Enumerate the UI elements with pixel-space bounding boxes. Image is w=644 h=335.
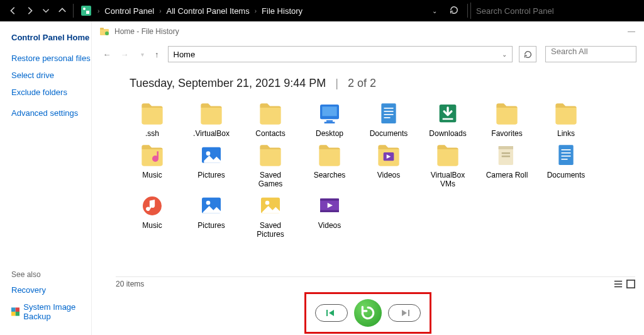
separator: | <box>335 77 338 89</box>
highlighted-controls <box>304 292 431 334</box>
folder-item[interactable]: Searches <box>307 143 352 188</box>
folder-item[interactable]: .ssh <box>130 101 175 138</box>
item-label: Videos <box>318 221 341 230</box>
svg-rect-42 <box>320 210 339 212</box>
svg-rect-5 <box>11 312 16 316</box>
folder-item[interactable]: Links <box>543 101 589 138</box>
item-label: Favorites <box>491 129 522 138</box>
folder-icon <box>551 101 581 127</box>
pane-back-icon[interactable]: ← <box>99 50 114 59</box>
search-control-panel[interactable] <box>470 3 639 19</box>
back-icon[interactable] <box>5 3 21 19</box>
item-label: Videos <box>377 171 400 179</box>
large-icons-view-icon <box>626 280 635 288</box>
item-label: Saved Games <box>248 171 293 188</box>
next-version-button[interactable] <box>388 304 421 322</box>
item-label: .VirtualBox <box>193 129 230 138</box>
folder-item[interactable]: Videos <box>307 193 352 239</box>
address-bar[interactable]: Home ⌄ <box>168 46 513 62</box>
item-label: Searches <box>314 171 346 179</box>
refresh-icon[interactable] <box>443 6 465 16</box>
folder-icon <box>255 143 286 168</box>
documents-icon <box>551 143 581 168</box>
sidebar-advanced[interactable]: Advanced settings <box>11 108 91 118</box>
chevron-right-icon: › <box>95 8 102 14</box>
svg-rect-16 <box>384 111 394 112</box>
desktop-icon <box>314 101 345 127</box>
sidebar-exclude-folders[interactable]: Exclude folders <box>11 88 91 97</box>
breadcrumb-item[interactable]: All Control Panel Items <box>164 6 252 16</box>
svg-rect-34 <box>562 159 568 160</box>
sidebar-restore-files[interactable]: Restore personal files <box>11 54 91 63</box>
sidebar-recovery[interactable]: Recovery <box>11 285 91 295</box>
folder-icon <box>433 143 463 168</box>
folder-item[interactable]: Downloads <box>425 101 470 138</box>
item-label: Downloads <box>429 129 466 138</box>
item-label: Saved Pictures <box>248 221 293 239</box>
item-label: Desktop <box>316 129 343 138</box>
videos-icon <box>314 193 345 219</box>
sidebar-system-image-backup[interactable]: System Image Backup <box>11 302 91 321</box>
item-label: .ssh <box>145 129 159 138</box>
folder-item[interactable]: Music <box>130 193 175 239</box>
folder-item[interactable]: Videos <box>366 143 411 188</box>
svg-rect-3 <box>11 307 16 312</box>
pane-forward-icon[interactable]: → <box>117 50 132 59</box>
recent-dropdown-icon[interactable] <box>38 3 54 19</box>
pane-search-input[interactable] <box>551 47 631 56</box>
svg-point-9 <box>105 31 109 35</box>
restore-button[interactable] <box>354 299 382 327</box>
svg-rect-2 <box>86 11 89 14</box>
view-mode-toggle[interactable] <box>614 280 635 288</box>
svg-rect-27 <box>499 146 513 149</box>
folder-icon <box>137 101 167 127</box>
folder-item[interactable]: Contacts <box>248 101 293 138</box>
folder-item[interactable]: Camera Roll <box>484 143 530 188</box>
folder-item[interactable]: VirtualBox VMs <box>425 143 470 188</box>
svg-rect-28 <box>502 152 510 154</box>
item-label: VirtualBox VMs <box>425 171 470 188</box>
folder-item[interactable]: Documents <box>543 143 589 188</box>
svg-rect-14 <box>381 103 396 123</box>
status-bar: 20 items <box>116 276 635 288</box>
folder-item[interactable]: Documents <box>366 101 411 138</box>
folder-item[interactable]: Saved Games <box>248 143 293 188</box>
address-value: Home <box>174 50 196 59</box>
sidebar-select-drive[interactable]: Select drive <box>11 71 91 80</box>
folder-item[interactable]: Desktop <box>307 101 352 138</box>
camera-icon <box>492 143 522 168</box>
svg-rect-18 <box>384 117 391 118</box>
pane-up-icon[interactable]: ↑ <box>152 50 162 59</box>
folder-item[interactable]: Music <box>130 143 175 188</box>
item-label: Music <box>142 221 162 230</box>
sidebar-home[interactable]: Control Panel Home <box>11 33 91 42</box>
item-label: Camera Roll <box>486 171 528 179</box>
folder-item[interactable]: Pictures <box>189 143 234 188</box>
pane-recent-icon[interactable]: ▾ <box>135 51 150 58</box>
file-history-icon <box>99 26 109 37</box>
folder-item[interactable]: Favorites <box>484 101 530 138</box>
breadcrumb-item[interactable]: Control Panel <box>102 6 157 16</box>
pictures-alt-icon <box>255 193 286 219</box>
svg-rect-15 <box>384 108 394 109</box>
folder-icon <box>255 101 286 127</box>
folder-item[interactable]: Saved Pictures <box>248 193 293 239</box>
folder-item[interactable]: .VirtualBox <box>189 101 234 138</box>
separator <box>73 4 74 18</box>
item-label: Pictures <box>197 221 225 230</box>
minimize-icon[interactable]: — <box>628 27 636 36</box>
svg-rect-32 <box>562 152 571 154</box>
search-input[interactable] <box>476 6 639 16</box>
address-dropdown-icon[interactable]: ⌄ <box>426 8 443 14</box>
up-icon[interactable] <box>54 3 70 19</box>
pane-search[interactable] <box>545 46 636 62</box>
previous-version-button[interactable] <box>315 304 348 322</box>
folder-item[interactable]: Pictures <box>189 193 234 239</box>
address-dropdown-icon[interactable]: ⌄ <box>502 51 507 58</box>
svg-rect-12 <box>326 120 333 122</box>
breadcrumb-item[interactable]: File History <box>259 6 305 16</box>
flag-icon <box>11 307 19 317</box>
pane-refresh-icon[interactable] <box>519 46 536 62</box>
forward-icon[interactable] <box>21 3 38 19</box>
svg-rect-43 <box>627 280 635 288</box>
